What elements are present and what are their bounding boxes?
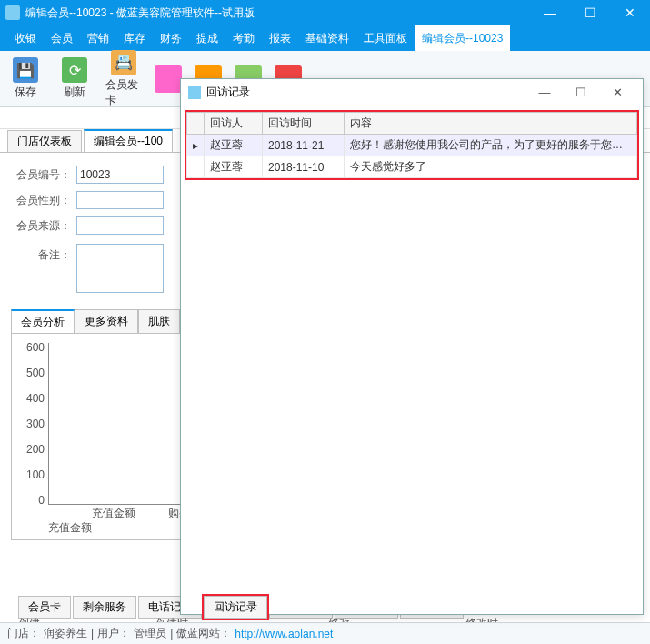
menu-basic[interactable]: 基础资料 (298, 25, 356, 51)
member-id-label: 会员编号： (11, 167, 71, 183)
source-label: 会员来源： (11, 218, 71, 234)
member-id-input[interactable] (76, 166, 164, 184)
window-title: 编辑会员--10023 - 傲蓝美容院管理软件--试用版 (25, 5, 255, 21)
minimize-button[interactable]: — (530, 0, 570, 25)
menu-cashier[interactable]: 收银 (7, 25, 44, 51)
popup-minimize[interactable]: — (526, 86, 563, 99)
note-label: 备注： (11, 244, 71, 263)
btab-remain[interactable]: 剩余服务 (73, 596, 136, 619)
subtab-more[interactable]: 更多资料 (75, 309, 138, 334)
menu-report[interactable]: 报表 (262, 25, 298, 51)
menu-stock[interactable]: 库存 (116, 25, 153, 51)
app-icon (5, 5, 20, 20)
issue-card-button[interactable]: 📇 会员发卡 (105, 50, 142, 108)
menu-commission[interactable]: 提成 (189, 25, 225, 51)
btab-followup[interactable]: 回访记录 (204, 596, 267, 619)
popup-icon (188, 86, 201, 99)
subtab-skin[interactable]: 肌肤 (138, 309, 180, 334)
popup-close[interactable]: ✕ (599, 86, 635, 99)
followup-popup: 回访记录 — ☐ ✕ 回访人 回访时间 内容 ▸ 赵亚蓉 2018-11-21 (180, 78, 644, 615)
gender-label: 会员性别： (11, 193, 71, 208)
status-bar: 门店： 润姿养生 | 用户： 管理员 | 傲蓝网站： http://www.ao… (0, 622, 650, 644)
col-person[interactable]: 回访人 (205, 113, 263, 135)
card-icon: 📇 (111, 50, 136, 75)
refresh-button[interactable]: ⟳ 刷新 (56, 57, 93, 100)
menu-member[interactable]: 会员 (44, 25, 80, 51)
tool-extra-1[interactable] (155, 65, 182, 93)
menu-tools[interactable]: 工具面板 (356, 25, 415, 51)
source-input[interactable] (76, 216, 164, 235)
col-content[interactable]: 内容 (345, 113, 637, 135)
save-button[interactable]: 💾 保存 (7, 57, 44, 100)
menu-attendance[interactable]: 考勤 (225, 25, 262, 51)
tab-edit-member[interactable]: 编辑会员--100 (84, 129, 173, 152)
menu-bar: 收银 会员 营销 库存 财务 提成 考勤 报表 基础资料 工具面板 编辑会员--… (0, 25, 650, 51)
website-link[interactable]: http://www.aolan.net (235, 628, 333, 640)
title-bar: 编辑会员--10023 - 傲蓝美容院管理软件--试用版 — ☐ ✕ (0, 0, 650, 25)
col-time[interactable]: 回访时间 (263, 113, 345, 135)
popup-title: 回访记录 (206, 85, 250, 100)
followup-table: 回访人 回访时间 内容 ▸ 赵亚蓉 2018-11-21 您好！感谢您使用我公司… (186, 112, 637, 178)
save-icon: 💾 (13, 57, 38, 83)
tab-dashboard[interactable]: 门店仪表板 (7, 130, 82, 152)
maximize-button[interactable]: ☐ (570, 0, 610, 25)
menu-marketing[interactable]: 营销 (80, 25, 116, 51)
refresh-icon: ⟳ (62, 57, 87, 83)
menu-active-tab[interactable]: 编辑会员--10023 (415, 25, 510, 51)
popup-titlebar: 回访记录 — ☐ ✕ (181, 79, 643, 106)
table-row[interactable]: 赵亚蓉 2018-11-10 今天感觉好多了 (187, 156, 637, 178)
menu-finance[interactable]: 财务 (153, 25, 189, 51)
table-row[interactable]: ▸ 赵亚蓉 2018-11-21 您好！感谢您使用我公司的产品，为了更好的服务于… (187, 135, 637, 156)
followup-table-highlight: 回访人 回访时间 内容 ▸ 赵亚蓉 2018-11-21 您好！感谢您使用我公司… (185, 110, 639, 180)
close-button[interactable]: ✕ (610, 0, 650, 25)
note-input[interactable] (76, 244, 164, 293)
popup-maximize[interactable]: ☐ (563, 86, 599, 99)
gender-input[interactable] (76, 191, 164, 209)
subtab-analysis[interactable]: 会员分析 (11, 309, 75, 334)
